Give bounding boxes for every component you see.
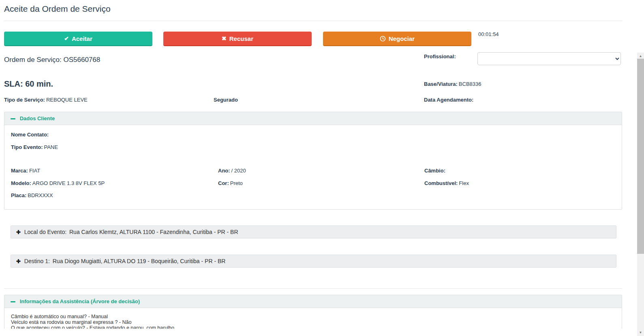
negotiate-button[interactable]: Negociar	[323, 32, 471, 46]
check-icon: ✔	[64, 35, 69, 42]
clock-icon	[380, 36, 386, 42]
event-location-address: Rua Carlos Klemtz, ALTURA 1100 - Fazendi…	[69, 229, 238, 235]
service-type-field: Tipo de Serviço:REBOQUE LEVE	[4, 97, 88, 103]
sla-text: SLA: 60 min.	[4, 79, 53, 89]
order-number-label: Ordem de Serviço:	[4, 56, 62, 64]
professional-select[interactable]	[477, 52, 621, 65]
gearbox-field: Câmbio:	[424, 168, 447, 174]
client-data-panel: Dados Cliente Nome Contato: Tipo Evento:…	[4, 112, 622, 210]
decision-tree-line: Veículo está na rodovia ou marginal expr…	[11, 319, 615, 325]
assistance-section-title: Informações da Assistência (Árvore de de…	[20, 298, 140, 304]
negotiate-button-label: Negociar	[389, 35, 415, 42]
schedule-date-field: Data Agendamento:	[424, 97, 475, 103]
contact-name-field: Nome Contato:	[11, 132, 50, 138]
accept-button[interactable]: ✔ Aceitar	[4, 32, 152, 46]
plus-icon: ✚	[16, 258, 21, 264]
countdown-timer: 00:01:54	[478, 31, 499, 37]
event-type-field: Tipo Evento:PANE	[11, 144, 58, 150]
collapse-minus-icon	[11, 301, 15, 302]
fuel-field: Combustível:Flex	[424, 180, 469, 186]
plate-field: Placa:BDRXXXX	[11, 192, 53, 198]
destination-bar[interactable]: ✚ Destino 1: Rua Diogo Mugiatti, ALTURA …	[11, 255, 616, 268]
decision-tree-answers: Câmbio é automático ou manual? - Manual …	[4, 308, 622, 331]
content-clip-mask	[0, 329, 636, 336]
event-location-label: Local do Evento:	[24, 229, 66, 235]
x-icon: ✖	[222, 35, 227, 42]
order-number: Ordem de Serviço: OS5660768	[4, 56, 100, 64]
client-data-section-title: Dados Cliente	[20, 115, 55, 121]
scrollbar-thumb[interactable]	[637, 59, 644, 254]
refuse-button-label: Recusar	[229, 35, 253, 42]
base-viatura-field: Base/Viatura:BCB8336	[424, 81, 481, 87]
title-divider	[4, 21, 622, 21]
page-title: Aceite da Ordem de Serviço	[4, 4, 111, 14]
refuse-button[interactable]: ✖ Recusar	[163, 32, 312, 46]
section-divider	[4, 288, 622, 289]
scroll-down-arrow-icon[interactable]: ▼	[637, 329, 644, 336]
insured-label: Segurado	[214, 97, 238, 103]
client-data-section-header[interactable]: Dados Cliente	[4, 112, 622, 125]
model-field: Modelo:ARGO DRIVE 1.3 8V FLEX 5P	[11, 180, 105, 186]
destination-label: Destino 1:	[24, 258, 50, 264]
professional-label: Profissional:	[424, 53, 456, 60]
event-location-bar[interactable]: ✚ Local do Evento: Rua Carlos Klemtz, AL…	[11, 225, 616, 238]
assistance-section-header[interactable]: Informações da Assistência (Árvore de de…	[4, 295, 622, 308]
collapse-minus-icon	[11, 118, 15, 119]
order-number-value: OS5660768	[63, 56, 100, 64]
accept-button-label: Aceitar	[72, 35, 92, 42]
plus-icon: ✚	[16, 229, 21, 235]
year-field: Ano:/ 2020	[218, 168, 246, 174]
decision-tree-line: Câmbio é automático ou manual? - Manual	[11, 314, 615, 319]
brand-field: Marca:FIAT	[11, 168, 40, 174]
destination-address: Rua Diogo Mugiatti, ALTURA DO 119 - Boqu…	[53, 258, 226, 264]
color-field: Cor:Preto	[218, 180, 243, 186]
vertical-scrollbar[interactable]: ▲ ▼	[637, 53, 644, 336]
